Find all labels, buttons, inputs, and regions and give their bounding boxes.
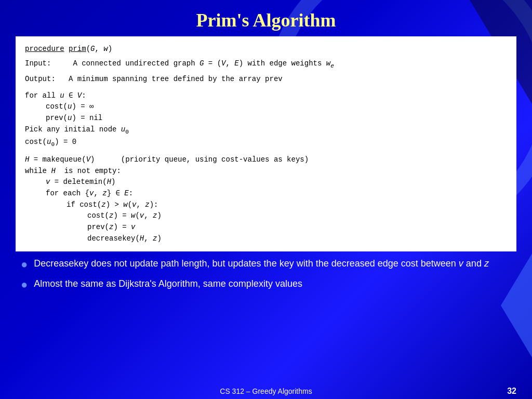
input-line: Input: A connected undirected graph G = … [25,58,507,71]
input-label: Input: A connected undirected graph G = … [25,59,334,68]
deletemin-line: v = deletemin(H) [46,177,507,188]
bullet-section: ● Decreasekey does not update path lengt… [0,251,532,383]
algorithm-code-box: procedure prim(G, w) Input: A connected … [16,36,516,251]
cost-update: cost(z) = w(v, z) [87,210,507,222]
bullet-text-1: Decreasekey does not update path length,… [34,257,489,270]
output-label: Output: A minimum spanning tree defined … [25,75,283,83]
decreasekey-line: decreasekey(H, z) [87,233,507,245]
procedure-keyword: procedure prim(G, w) [25,45,112,53]
while-header: while H is not empty: [25,166,507,177]
bullet-item-1: ● Decreasekey does not update path lengt… [21,257,511,273]
bullet-dot-2: ● [21,277,28,293]
prev-update: prev(z) = v [87,222,507,233]
forall-header: for all u ∈ V: [25,90,507,102]
footer-page-number: 32 [496,387,516,396]
slide-title: Prim's Algorithm [0,0,532,36]
forall-block: for all u ∈ V: cost(u) = ∞ prev(u) = nil… [25,90,507,149]
if-condition: if cost(z) > w(v, z): [66,200,507,211]
bullet-item-2: ● Almost the same as Dijkstra's Algorith… [21,277,511,293]
footer-course: CS 312 – Greedy Algorithms [36,387,496,395]
makequeue-block: H = makequeue(V) (priority queue, using … [25,154,507,245]
prev-init: prev(u) = nil [46,113,507,124]
bullet-dot-1: ● [21,257,28,273]
output-line: Output: A minimum spanning tree defined … [25,74,507,85]
cost-init: cost(u) = ∞ [46,101,507,113]
pick-node: Pick any initial node u0 [25,124,507,137]
slide: Prim's Algorithm procedure prim(G, w) In… [0,0,532,399]
foreach-header: for each {v, z} ∈ E: [46,188,507,200]
cost-zero: cost(u0) = 0 [25,137,507,149]
slide-footer: CS 312 – Greedy Algorithms 32 [0,383,532,399]
makequeue-line: H = makequeue(V) (priority queue, using … [25,154,507,166]
procedure-header: procedure prim(G, w) [25,44,507,55]
bullet-text-2: Almost the same as Dijkstra's Algorithm,… [34,277,302,290]
